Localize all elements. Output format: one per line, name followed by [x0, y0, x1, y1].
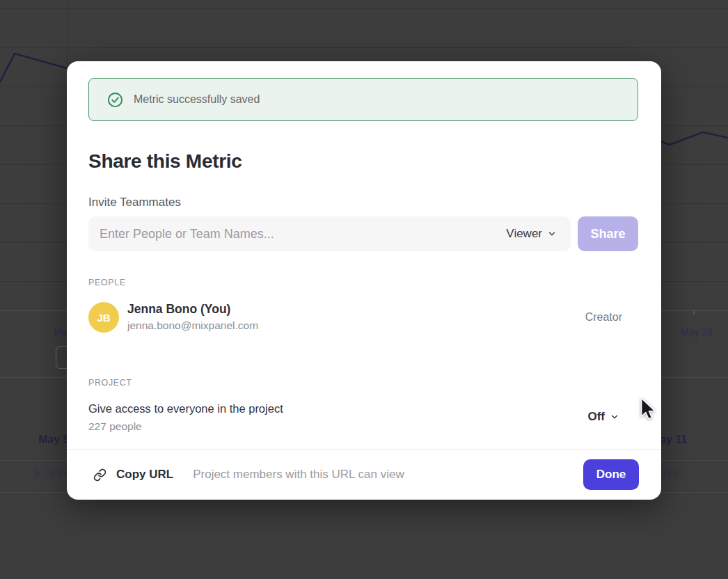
chevron-down-icon — [610, 412, 619, 422]
project-access-dropdown[interactable]: Off — [587, 410, 619, 424]
table-column-header: ay 11 — [660, 434, 687, 446]
project-access-text: Give access to everyone in the project 2… — [88, 400, 283, 434]
project-people-count: 227 people — [88, 418, 283, 434]
done-button[interactable]: Done — [583, 459, 639, 490]
chevron-down-icon — [547, 229, 557, 239]
invite-teammates-label: Invite Teammates — [88, 196, 181, 209]
invite-people-input[interactable] — [100, 227, 506, 241]
success-banner: Metric successfully saved — [88, 78, 638, 121]
person-name: Jenna Bono (You) — [127, 301, 258, 318]
success-banner-text: Metric successfully saved — [134, 93, 260, 106]
link-icon[interactable] — [93, 468, 106, 482]
person-meta: Jenna Bono (You) jenna.bono@mixpanel.com — [127, 301, 258, 333]
check-circle-icon — [107, 92, 123, 108]
avatar: JB — [88, 302, 119, 333]
share-metric-modal: Metric successfully saved Share this Met… — [67, 61, 661, 500]
share-button[interactable]: Share — [578, 216, 638, 251]
project-section-header: PROJECT — [88, 378, 132, 388]
project-access-row: Give access to everyone in the project 2… — [88, 400, 638, 434]
x-axis-label: Ma — [54, 326, 67, 338]
people-section-header: PEOPLE — [88, 278, 126, 287]
invite-input-container: Viewer — [88, 216, 571, 251]
table-column-header: May 5 — [38, 434, 69, 446]
role-dropdown-value: Viewer — [506, 227, 542, 241]
project-access-value: Off — [587, 410, 605, 424]
person-list-item: JB Jenna Bono (You) jenna.bono@mixpanel.… — [88, 302, 638, 333]
role-dropdown[interactable]: Viewer — [506, 227, 557, 241]
modal-title: Share this Metric — [88, 150, 242, 173]
x-axis-label: May 26 — [681, 326, 713, 338]
copy-url-button[interactable]: Copy URL — [116, 468, 173, 482]
project-access-title: Give access to everyone in the project — [88, 400, 283, 418]
person-role-label: Creator — [585, 311, 622, 324]
table-cell-value: 5.57% — [34, 468, 70, 479]
modal-footer: Copy URL Project members with this URL c… — [67, 449, 661, 500]
copy-url-hint: Project members with this URL can view — [193, 468, 404, 482]
invite-row: Viewer Share — [88, 216, 638, 251]
table-cell-value: 35% — [660, 468, 679, 479]
person-email: jenna.bono@mixpanel.com — [127, 318, 258, 333]
